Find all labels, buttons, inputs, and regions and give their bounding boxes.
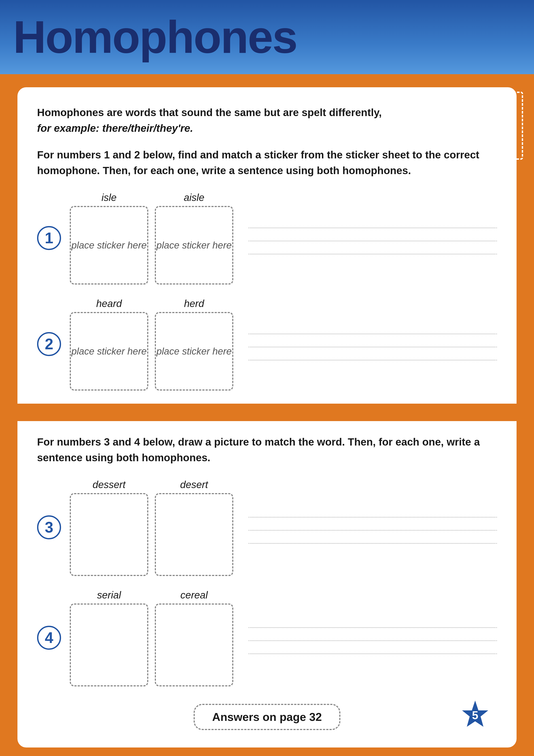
writing-line-3b[interactable] — [249, 524, 497, 531]
page-title: Homophones — [13, 11, 297, 64]
writing-line-4a[interactable] — [249, 621, 497, 628]
intro-text: Homophones are words that sound the same… — [37, 105, 497, 136]
sticker-box-aisle[interactable]: place sticker here — [155, 206, 233, 284]
pair-row-2: 2 heard place sticker here herd place st… — [37, 298, 497, 391]
writing-line-2b[interactable] — [249, 341, 497, 347]
sticker-pairs-section: 1 isle place sticker here aisle place st… — [37, 192, 497, 391]
header-band: Homophones — [0, 0, 534, 74]
writing-lines-2 — [242, 328, 497, 361]
writing-line-2c[interactable] — [249, 354, 497, 361]
writing-line-1c[interactable] — [249, 248, 497, 255]
writing-line-1a[interactable] — [249, 222, 497, 228]
main-card: Homophones are words that sound the same… — [17, 87, 517, 747]
number-circle-3: 3 — [37, 515, 61, 539]
sticker-box-herd[interactable]: place sticker here — [155, 312, 233, 391]
draw-box-desert[interactable] — [155, 493, 233, 576]
word-label-desert: desert — [180, 479, 208, 491]
writing-line-4b[interactable] — [249, 634, 497, 641]
draw-box-cereal[interactable] — [155, 604, 233, 687]
number-circle-4: 4 — [37, 626, 61, 650]
word-box-desert: desert — [155, 479, 233, 576]
writing-line-3c[interactable] — [249, 537, 497, 544]
pair-row-4: 4 serial cereal — [37, 589, 497, 687]
word-box-heard: heard place sticker here — [70, 298, 148, 391]
word-box-aisle: aisle place sticker here — [155, 192, 233, 284]
word-label-isle: isle — [101, 192, 116, 203]
writing-lines-1 — [242, 222, 497, 255]
page-number-star: 5 — [460, 699, 490, 730]
answers-box: Answers on page 32 — [193, 704, 341, 730]
word-box-dessert: dessert — [70, 479, 148, 576]
word-label-herd: herd — [184, 298, 204, 310]
word-box-isle: isle place sticker here — [70, 192, 148, 284]
writing-line-2a[interactable] — [249, 328, 497, 334]
draw-box-serial[interactable] — [70, 604, 148, 687]
word-label-serial: serial — [97, 589, 121, 601]
word-label-heard: heard — [96, 298, 122, 310]
pair-boxes-2: heard place sticker here herd place stic… — [70, 298, 233, 391]
answers-label: Answers on page 32 — [212, 711, 322, 723]
draw-box-dessert[interactable] — [70, 493, 148, 576]
svg-text:5: 5 — [472, 709, 478, 721]
writing-line-4c[interactable] — [249, 648, 497, 654]
sticker-placeholder-2a: place sticker here — [71, 346, 147, 357]
pair-boxes-4: serial cereal — [70, 589, 233, 687]
word-label-aisle: aisle — [184, 192, 205, 203]
writing-lines-4 — [242, 621, 497, 654]
sticker-placeholder-1b: place sticker here — [157, 240, 232, 251]
number-circle-1: 1 — [37, 226, 61, 250]
sticker-box-isle[interactable]: place sticker here — [70, 206, 148, 284]
word-label-cereal: cereal — [180, 589, 208, 601]
writing-line-3a[interactable] — [249, 511, 497, 518]
number-circle-2: 2 — [37, 332, 61, 356]
word-box-cereal: cereal — [155, 589, 233, 687]
sticker-placeholder-1a: place sticker here — [71, 240, 147, 251]
orange-separator — [17, 404, 517, 421]
section1-instruction: For numbers 1 and 2 below, find and matc… — [37, 147, 497, 178]
section2-instruction: For numbers 3 and 4 below, draw a pictur… — [37, 434, 497, 466]
draw-pairs-section: 3 dessert desert 4 — [37, 479, 497, 687]
pair-row-1: 1 isle place sticker here aisle place st… — [37, 192, 497, 284]
writing-line-1b[interactable] — [249, 235, 497, 241]
pair-boxes-3: dessert desert — [70, 479, 233, 576]
word-box-herd: herd place sticker here — [155, 298, 233, 391]
word-label-dessert: dessert — [93, 479, 126, 491]
writing-lines-3 — [242, 511, 497, 544]
pair-boxes-1: isle place sticker here aisle place stic… — [70, 192, 233, 284]
sticker-box-heard[interactable]: place sticker here — [70, 312, 148, 391]
footer: Answers on page 32 5 — [37, 704, 497, 730]
pair-row-3: 3 dessert desert — [37, 479, 497, 576]
sticker-placeholder-2b: place sticker here — [157, 346, 232, 357]
word-box-serial: serial — [70, 589, 148, 687]
